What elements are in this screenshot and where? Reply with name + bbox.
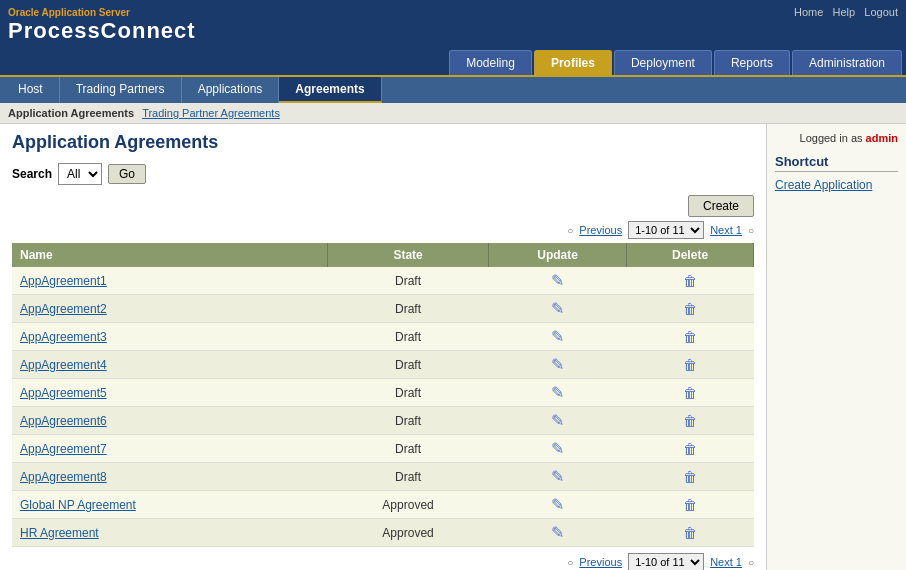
- breadcrumb: Application Agreements Trading Partner A…: [0, 103, 906, 124]
- edit-icon[interactable]: ✎: [551, 468, 564, 485]
- cell-update: ✎: [489, 519, 627, 547]
- next-circle-bottom[interactable]: ○: [748, 557, 754, 568]
- table-row: AppAgreement8Draft✎🗑: [12, 463, 754, 491]
- edit-icon[interactable]: ✎: [551, 300, 564, 317]
- prev-circle-top[interactable]: ○: [567, 225, 573, 236]
- create-application-link[interactable]: Create Application: [775, 178, 872, 192]
- agreement-name-link[interactable]: AppAgreement5: [20, 386, 107, 400]
- tab-profiles[interactable]: Profiles: [534, 50, 612, 75]
- cell-state: Draft: [327, 323, 488, 351]
- table-row: AppAgreement1Draft✎🗑: [12, 267, 754, 295]
- subtab-applications[interactable]: Applications: [182, 77, 280, 103]
- delete-icon[interactable]: 🗑: [683, 469, 697, 485]
- agreement-name-link[interactable]: AppAgreement1: [20, 274, 107, 288]
- previous-link-bottom[interactable]: Previous: [579, 556, 622, 568]
- cell-update: ✎: [489, 491, 627, 519]
- sidebar-username: admin: [866, 132, 898, 144]
- edit-icon[interactable]: ✎: [551, 328, 564, 345]
- cell-update: ✎: [489, 435, 627, 463]
- tab-administration[interactable]: Administration: [792, 50, 902, 75]
- cell-state: Approved: [327, 519, 488, 547]
- tab-deployment[interactable]: Deployment: [614, 50, 712, 75]
- agreement-name-link[interactable]: AppAgreement2: [20, 302, 107, 316]
- cell-delete: 🗑: [627, 463, 754, 491]
- search-select[interactable]: All: [58, 163, 102, 185]
- oracle-label: Oracle Application Server: [8, 7, 196, 18]
- cell-delete: 🗑: [627, 267, 754, 295]
- agreement-name-link[interactable]: AppAgreement6: [20, 414, 107, 428]
- table-row: HR AgreementApproved✎🗑: [12, 519, 754, 547]
- edit-icon[interactable]: ✎: [551, 440, 564, 457]
- cell-update: ✎: [489, 463, 627, 491]
- cell-delete: 🗑: [627, 435, 754, 463]
- table-row: AppAgreement6Draft✎🗑: [12, 407, 754, 435]
- subtab-agreements[interactable]: Agreements: [279, 77, 381, 103]
- header: Oracle Application Server ProcessConnect…: [0, 0, 906, 50]
- cell-name: AppAgreement4: [12, 351, 327, 379]
- delete-icon[interactable]: 🗑: [683, 525, 697, 541]
- cell-state: Draft: [327, 267, 488, 295]
- delete-icon[interactable]: 🗑: [683, 329, 697, 345]
- cell-state: Draft: [327, 379, 488, 407]
- sidebar-logged-in: Logged in as admin: [775, 132, 898, 144]
- search-bar: Search All Go: [12, 163, 754, 185]
- cell-name: AppAgreement2: [12, 295, 327, 323]
- delete-icon[interactable]: 🗑: [683, 357, 697, 373]
- agreement-name-link[interactable]: AppAgreement4: [20, 358, 107, 372]
- cell-name: AppAgreement3: [12, 323, 327, 351]
- col-state: State: [327, 243, 488, 267]
- agreement-name-link[interactable]: Global NP Agreement: [20, 498, 136, 512]
- agreement-name-link[interactable]: AppAgreement3: [20, 330, 107, 344]
- page-range-select-top[interactable]: 1-10 of 11: [628, 221, 704, 239]
- cell-state: Draft: [327, 295, 488, 323]
- table-row: Global NP AgreementApproved✎🗑: [12, 491, 754, 519]
- table-row: AppAgreement5Draft✎🗑: [12, 379, 754, 407]
- breadcrumb-app-agreements: Application Agreements: [8, 107, 134, 119]
- subtab-host[interactable]: Host: [2, 77, 60, 103]
- create-button[interactable]: Create: [688, 195, 754, 217]
- agreement-name-link[interactable]: HR Agreement: [20, 526, 99, 540]
- next-circle-top[interactable]: ○: [748, 225, 754, 236]
- delete-icon[interactable]: 🗑: [683, 497, 697, 513]
- pagination-top: ○ Previous 1-10 of 11 Next 1 ○: [12, 221, 754, 239]
- logo-title: ProcessConnect: [8, 18, 196, 44]
- delete-icon[interactable]: 🗑: [683, 385, 697, 401]
- cell-delete: 🗑: [627, 379, 754, 407]
- edit-icon[interactable]: ✎: [551, 384, 564, 401]
- go-button[interactable]: Go: [108, 164, 146, 184]
- cell-name: AppAgreement7: [12, 435, 327, 463]
- agreement-name-link[interactable]: AppAgreement7: [20, 442, 107, 456]
- cell-update: ✎: [489, 351, 627, 379]
- breadcrumb-trading-agreements[interactable]: Trading Partner Agreements: [142, 107, 280, 119]
- logout-link[interactable]: Logout: [864, 6, 898, 18]
- edit-icon[interactable]: ✎: [551, 496, 564, 513]
- col-name: Name: [12, 243, 327, 267]
- previous-link-top[interactable]: Previous: [579, 224, 622, 236]
- subtab-trading-partners[interactable]: Trading Partners: [60, 77, 182, 103]
- edit-icon[interactable]: ✎: [551, 524, 564, 541]
- sidebar: Logged in as admin Shortcut Create Appli…: [766, 124, 906, 570]
- home-link[interactable]: Home: [794, 6, 823, 18]
- data-table: Name State Update Delete AppAgreement1Dr…: [12, 243, 754, 547]
- col-delete: Delete: [627, 243, 754, 267]
- agreement-name-link[interactable]: AppAgreement8: [20, 470, 107, 484]
- next-link-top[interactable]: Next 1: [710, 224, 742, 236]
- edit-icon[interactable]: ✎: [551, 412, 564, 429]
- next-link-bottom[interactable]: Next 1: [710, 556, 742, 568]
- table-row: AppAgreement7Draft✎🗑: [12, 435, 754, 463]
- delete-icon[interactable]: 🗑: [683, 441, 697, 457]
- cell-update: ✎: [489, 295, 627, 323]
- delete-icon[interactable]: 🗑: [683, 273, 697, 289]
- create-bar: Create: [12, 195, 754, 217]
- page-range-select-bottom[interactable]: 1-10 of 11: [628, 553, 704, 570]
- tab-modeling[interactable]: Modeling: [449, 50, 532, 75]
- help-link[interactable]: Help: [833, 6, 856, 18]
- cell-name: Global NP Agreement: [12, 491, 327, 519]
- prev-circle-bottom[interactable]: ○: [567, 557, 573, 568]
- delete-icon[interactable]: 🗑: [683, 413, 697, 429]
- delete-icon[interactable]: 🗑: [683, 301, 697, 317]
- tab-reports[interactable]: Reports: [714, 50, 790, 75]
- main-content: Application Agreements Search All Go Cre…: [0, 124, 766, 570]
- edit-icon[interactable]: ✎: [551, 356, 564, 373]
- edit-icon[interactable]: ✎: [551, 272, 564, 289]
